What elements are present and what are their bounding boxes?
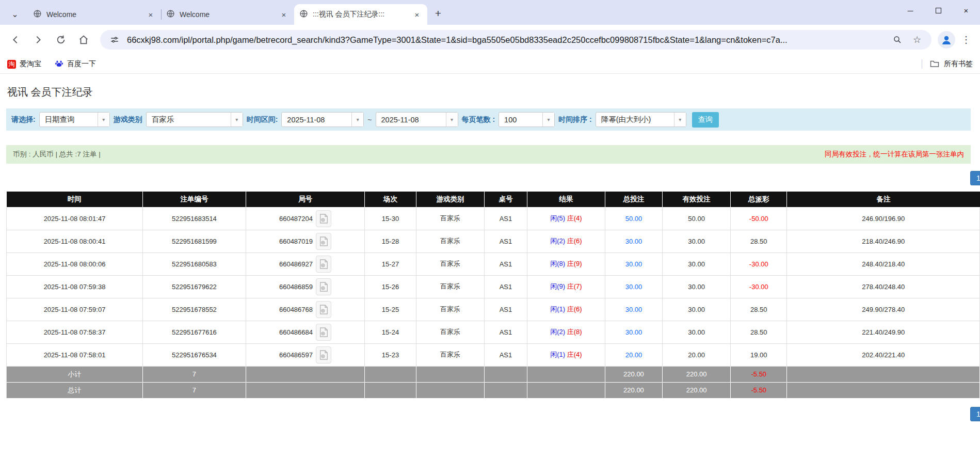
forward-icon[interactable]: [28, 29, 49, 50]
globe-icon: [166, 9, 175, 20]
cell-result: 闲(2) 庄(6): [527, 230, 605, 252]
url-text[interactable]: 66cxkj98.com/ipl/portal.php/game/betreco…: [127, 35, 885, 45]
video-replay-icon[interactable]: [316, 301, 331, 318]
bookmark-taobao[interactable]: 淘 爱淘宝: [7, 59, 41, 69]
close-window-icon[interactable]: ×: [952, 0, 980, 21]
cell-payout: 28.50: [731, 298, 787, 321]
address-bar[interactable]: 66cxkj98.com/ipl/portal.php/game/betreco…: [100, 30, 931, 50]
result-banker[interactable]: 庄(7): [567, 282, 582, 290]
bookmarks-bar: 淘 爱淘宝 百度一下 所有书签: [0, 55, 980, 74]
per-page-label: 每页笔数 :: [462, 115, 495, 124]
cell-total-bet: 50.00: [605, 207, 662, 230]
bookmarks-divider: [922, 59, 922, 69]
cell-table-no: AS1: [484, 343, 527, 366]
cell-total-bet: 30.00: [605, 298, 662, 321]
cell-game-type: 百家乐: [416, 230, 484, 252]
result-player[interactable]: 闲(9): [550, 282, 565, 290]
result-player[interactable]: 闲(1): [550, 351, 565, 358]
cell-time: 2025-11-08 08:01:47: [7, 207, 143, 230]
video-replay-icon[interactable]: [316, 256, 331, 273]
zoom-icon[interactable]: [890, 33, 905, 47]
bookmark-star-icon[interactable]: ☆: [910, 33, 924, 47]
date-to-select[interactable]: 2025-11-08 ▾: [376, 112, 458, 127]
result-banker[interactable]: 庄(8): [567, 328, 582, 336]
cell-round-id: 660486597: [246, 343, 364, 366]
result-player[interactable]: 闲(5): [550, 214, 565, 222]
chevron-down-icon: ▾: [674, 113, 686, 127]
video-replay-icon[interactable]: [316, 233, 331, 250]
per-page-select[interactable]: 100 ▾: [499, 112, 555, 127]
tab-welcome-2[interactable]: Welcome ×: [161, 4, 294, 25]
result-player[interactable]: 闲(2): [550, 328, 565, 336]
tab-search-chevron-icon[interactable]: ⌄: [6, 5, 24, 23]
back-icon[interactable]: [5, 29, 26, 50]
new-tab-button[interactable]: +: [430, 6, 446, 21]
site-info-icon[interactable]: [107, 33, 122, 47]
subtotal-count: 7: [143, 366, 246, 382]
video-replay-icon[interactable]: [316, 324, 331, 341]
close-icon[interactable]: ×: [146, 9, 156, 20]
browser-menu-icon[interactable]: ⋮: [957, 31, 975, 49]
col-time: 时间: [7, 192, 143, 207]
table-row: 2025-11-08 08:00:41 522951681599 6604870…: [7, 230, 980, 252]
home-icon[interactable]: [73, 29, 94, 50]
page-content: 视讯 会员下注纪录 请选择: 日期查询 ▾ 游戏类别 百家乐 ▾ 时间区间: 2…: [0, 85, 980, 422]
chevron-down-icon: ▾: [542, 113, 554, 127]
cell-valid-bet: 30.00: [663, 230, 731, 252]
tab-welcome-1[interactable]: Welcome ×: [28, 4, 161, 25]
chevron-down-icon: ▾: [98, 113, 109, 127]
cell-payout: 19.00: [731, 343, 787, 366]
result-banker[interactable]: 庄(4): [567, 214, 582, 222]
tab-title: :::视讯 会员下注纪录:::: [313, 10, 407, 19]
result-player[interactable]: 闲(8): [550, 260, 565, 267]
col-game-type: 游戏类别: [416, 192, 484, 207]
cell-session: 15-24: [365, 321, 416, 343]
close-icon[interactable]: ×: [412, 9, 422, 20]
maximize-icon[interactable]: [924, 0, 952, 21]
bookmark-label: 百度一下: [67, 59, 96, 69]
bookmark-baidu[interactable]: 百度一下: [55, 59, 96, 69]
page-1-button[interactable]: 1: [970, 171, 980, 185]
reload-icon[interactable]: [51, 29, 71, 50]
col-result: 结果: [527, 192, 605, 207]
result-player[interactable]: 闲(1): [550, 305, 565, 313]
table-row: 2025-11-08 08:00:06 522951680583 6604869…: [7, 252, 980, 275]
result-player[interactable]: 闲(2): [550, 237, 565, 245]
date-from-select[interactable]: 2025-11-08 ▾: [281, 112, 364, 127]
cell-total-bet: 30.00: [605, 252, 662, 275]
taobao-icon: 淘: [7, 60, 16, 69]
cell-table-no: AS1: [484, 321, 527, 343]
result-banker[interactable]: 庄(9): [567, 260, 582, 267]
tab-title: Welcome: [46, 10, 141, 19]
result-banker[interactable]: 庄(6): [567, 305, 582, 313]
video-replay-icon[interactable]: [316, 346, 331, 364]
minimize-icon[interactable]: ─: [896, 0, 924, 21]
cell-valid-bet: 20.00: [663, 343, 731, 366]
video-replay-icon[interactable]: [316, 278, 331, 295]
cell-session: 15-26: [365, 275, 416, 298]
result-banker[interactable]: 庄(6): [567, 237, 582, 245]
search-button[interactable]: 查询: [692, 112, 719, 128]
cell-round-id: 660486859: [246, 275, 364, 298]
cell-valid-bet: 30.00: [663, 321, 731, 343]
cell-round-id: 660487019: [246, 230, 364, 252]
subtotal-total-bet: 220.00: [605, 366, 662, 382]
tab-betrecord-active[interactable]: :::视讯 会员下注纪录::: ×: [294, 4, 427, 25]
cell-game-type: 百家乐: [416, 298, 484, 321]
cell-valid-bet: 50.00: [663, 207, 731, 230]
all-bookmarks-label[interactable]: 所有书签: [944, 59, 973, 69]
query-mode-select[interactable]: 日期查询 ▾: [39, 112, 110, 127]
sort-select[interactable]: 降幂(由大到小) ▾: [596, 112, 686, 127]
col-session: 场次: [365, 192, 416, 207]
result-banker[interactable]: 庄(4): [567, 351, 582, 358]
cell-session: 15-27: [365, 252, 416, 275]
folder-icon: [930, 59, 939, 69]
chevron-down-icon: ▾: [231, 113, 243, 127]
game-type-select[interactable]: 百家乐 ▾: [146, 112, 243, 127]
cell-bet-id: 522951677616: [143, 321, 246, 343]
cell-total-bet: 30.00: [605, 230, 662, 252]
page-1-button[interactable]: 1: [970, 407, 980, 421]
video-replay-icon[interactable]: [316, 210, 331, 227]
close-icon[interactable]: ×: [279, 9, 289, 20]
profile-avatar[interactable]: [938, 31, 955, 49]
